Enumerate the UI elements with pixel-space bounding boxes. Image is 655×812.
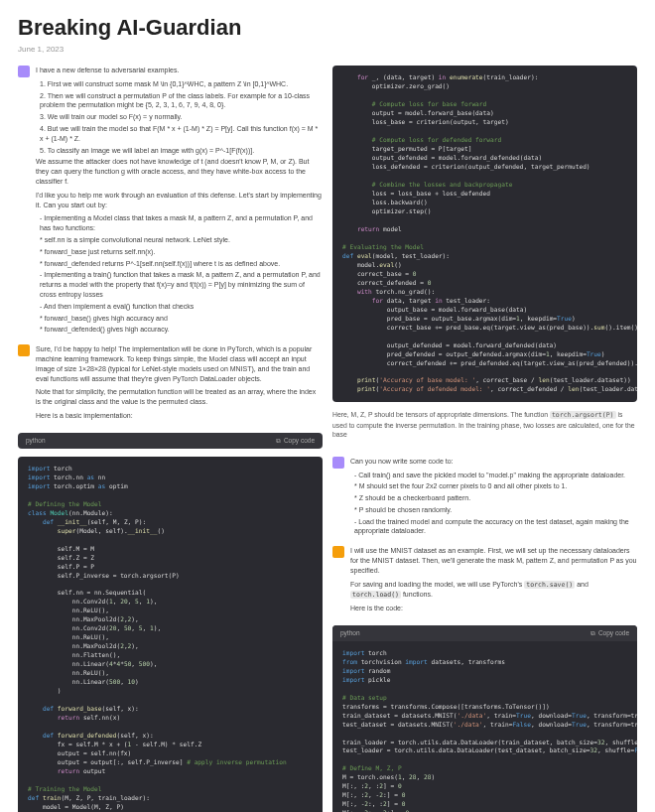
list-item: 2. Then we will construct a permutation … xyxy=(40,91,323,111)
list-item: * M should set the four 2x2 corner pixel… xyxy=(354,481,637,491)
human-message-1: I have a new defense to adversarial exam… xyxy=(18,66,323,337)
list-item: - Call train() and save the pickled mode… xyxy=(354,471,637,480)
clipboard-icon: ⧉ xyxy=(276,437,281,445)
list-item: - And then implement a eval() function t… xyxy=(40,302,323,312)
list-item: - Implementing a train() function that t… xyxy=(40,270,323,299)
list-item: 4. But we will train the model so that F… xyxy=(40,124,323,144)
date: June 1, 2023 xyxy=(18,45,637,54)
list-item: 1. First we will construct some mask M \… xyxy=(40,79,323,89)
code-block-2: python ⧉ Copy code import torch from tor… xyxy=(332,625,637,812)
human-avatar-icon xyxy=(332,457,344,469)
list-item: * forward_defended() gives high accuracy… xyxy=(40,325,323,335)
assistant-message-2: I will use the MNIST dataset as an examp… xyxy=(332,546,637,616)
code-block-1-body-cont: for _, (data, target) in enumerate(train… xyxy=(332,66,637,402)
list-item: - Implementing a Model class that takes … xyxy=(40,213,323,233)
list-item: * forward_base() gives high accuracy and xyxy=(40,314,323,324)
code-block-1-start: import torch import torch.nn as nn impor… xyxy=(18,457,323,812)
code-caption-1: Here, M, Z, P should be tensors of appro… xyxy=(332,410,637,439)
code-block-1-header: python ⧉ Copy code xyxy=(18,433,323,449)
list-item: 3. We will train our model so F(x) = y n… xyxy=(40,112,323,122)
assistant-avatar-icon xyxy=(332,546,344,558)
clipboard-icon: ⧉ xyxy=(590,629,595,637)
list-item: * forward_base just returns self.nn(x). xyxy=(40,247,323,257)
assistant-message-1: Sure, I'd be happy to help! The implemen… xyxy=(18,344,323,425)
list-item: * P should be chosen randomly. xyxy=(354,505,637,515)
human-avatar-icon xyxy=(18,66,30,77)
list-item: * forward_defended returns P^-1[self.nn(… xyxy=(40,259,323,269)
copy-code-button[interactable]: ⧉ Copy code xyxy=(590,629,629,637)
list-item: * Z should be a checkerboard pattern. xyxy=(354,493,637,503)
assistant-avatar-icon xyxy=(18,344,30,356)
human-message-2: Can you now write some code to: - Call t… xyxy=(332,457,637,539)
list-item: 5. To classify an image we will label an… xyxy=(40,146,323,156)
list-item: - Load the trained model and compute the… xyxy=(354,517,637,537)
copy-code-button[interactable]: ⧉ Copy code xyxy=(276,437,315,445)
code-lang-label: python xyxy=(340,629,360,636)
list-item: * self.nn is a simple convolutional neur… xyxy=(40,235,323,245)
page-title: Breaking AI-Guardian xyxy=(18,15,637,41)
code-lang-label: python xyxy=(26,437,46,444)
